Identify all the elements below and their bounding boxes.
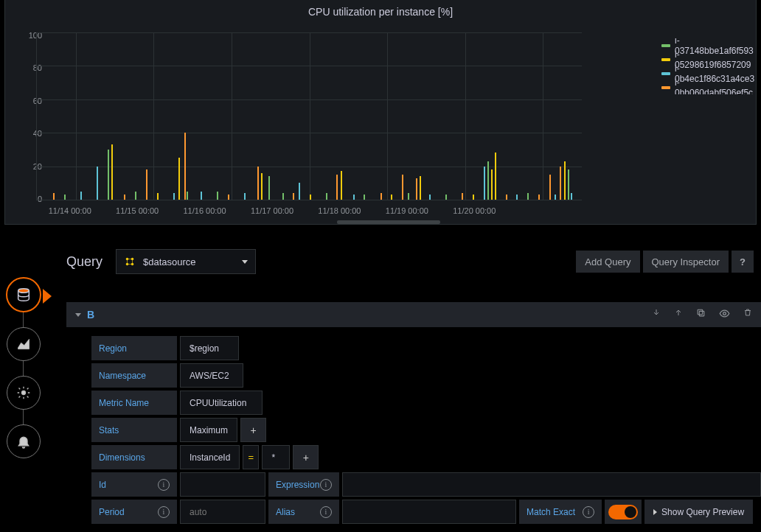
chart-bar[interactable] xyxy=(111,144,113,200)
query-inspector-button[interactable]: Query Inspector xyxy=(643,251,729,273)
chart-bar[interactable] xyxy=(157,193,159,200)
nav-queries-icon[interactable] xyxy=(6,277,41,312)
chart-bar[interactable] xyxy=(244,193,246,200)
chart-bar[interactable] xyxy=(326,193,327,200)
chart-plot-area[interactable]: 020406080100 11/14 00:0011/15 00:0011/16… xyxy=(14,29,656,217)
chart-bar[interactable] xyxy=(380,193,382,200)
region-value[interactable]: $region xyxy=(180,336,239,360)
datasource-select[interactable]: $datasource xyxy=(116,249,256,274)
dimension-key[interactable]: InstanceId xyxy=(180,445,240,469)
chart-bar[interactable] xyxy=(146,169,147,200)
chart-bar[interactable] xyxy=(282,193,284,200)
chart-bar[interactable] xyxy=(310,195,311,200)
info-icon[interactable]: i xyxy=(158,506,170,518)
delete-icon[interactable] xyxy=(743,308,752,321)
query-header[interactable]: B xyxy=(66,302,761,327)
info-icon[interactable]: i xyxy=(320,479,332,491)
legend-item[interactable]: i-0bb060dabf506ef5c xyxy=(661,80,756,94)
chart-bar[interactable] xyxy=(261,173,263,200)
period-label: Period i xyxy=(91,500,177,524)
period-input[interactable]: auto xyxy=(180,500,265,524)
id-input[interactable] xyxy=(180,472,265,497)
stats-add-button[interactable]: + xyxy=(240,418,266,442)
dimensions-add-button[interactable]: + xyxy=(293,445,319,469)
chart-bar[interactable] xyxy=(108,150,109,200)
chart-bar[interactable] xyxy=(408,193,409,200)
stats-value[interactable]: Maximum xyxy=(180,418,237,442)
match-exact-toggle[interactable] xyxy=(608,505,638,519)
namespace-value[interactable]: AWS/EC2 xyxy=(180,363,243,388)
alias-input[interactable] xyxy=(342,500,516,524)
chart-bar[interactable] xyxy=(201,192,202,200)
expression-input[interactable] xyxy=(342,472,761,497)
chart-bar[interactable] xyxy=(187,192,188,200)
chart-bar[interactable] xyxy=(364,195,365,200)
chart-bar[interactable] xyxy=(124,195,125,200)
chart-bar[interactable] xyxy=(80,192,82,200)
chart-bar[interactable] xyxy=(217,192,218,200)
toggle-visibility-icon[interactable] xyxy=(719,308,730,321)
chart-bar[interactable] xyxy=(353,195,355,200)
chart-bar[interactable] xyxy=(184,133,186,200)
stats-label: Stats xyxy=(91,418,177,442)
nav-visualization-icon[interactable] xyxy=(7,327,41,361)
chart-bar[interactable] xyxy=(571,193,572,200)
chart-bar[interactable] xyxy=(420,176,421,200)
chart-bar[interactable] xyxy=(64,195,66,200)
chart-bar[interactable] xyxy=(257,167,259,200)
chart-bar[interactable] xyxy=(549,175,551,200)
chart-bar[interactable] xyxy=(341,171,342,200)
x-tick: 11/19 00:00 xyxy=(386,206,428,215)
svg-rect-7 xyxy=(698,309,703,315)
move-down-icon[interactable] xyxy=(652,308,661,321)
chart-bar[interactable] xyxy=(402,175,403,200)
query-row: B xyxy=(66,302,761,524)
chart-bar[interactable] xyxy=(268,176,270,200)
chart-bar[interactable] xyxy=(429,195,431,200)
chart-bar[interactable] xyxy=(336,175,338,200)
chart-bar[interactable] xyxy=(487,161,489,200)
chart-legend[interactable]: i-037148bbe1af6f593i-05298619f6857209i-0… xyxy=(661,38,756,94)
dimension-op[interactable]: = xyxy=(243,445,259,469)
chart-bar[interactable] xyxy=(445,195,447,200)
nav-alert-icon[interactable] xyxy=(7,424,41,458)
info-icon[interactable]: i xyxy=(583,506,594,518)
chart-bar[interactable] xyxy=(462,193,463,200)
chart-bar[interactable] xyxy=(173,193,175,200)
help-button[interactable]: ? xyxy=(732,251,754,273)
duplicate-icon[interactable] xyxy=(696,308,706,321)
show-query-preview-button[interactable]: Show Query Preview xyxy=(644,500,753,524)
info-icon[interactable]: i xyxy=(320,506,332,518)
chart-bar[interactable] xyxy=(491,169,493,200)
chart-bar[interactable] xyxy=(135,192,136,200)
chart-bar[interactable] xyxy=(506,195,507,200)
chart-bar[interactable] xyxy=(293,193,294,200)
chart-bar[interactable] xyxy=(416,178,417,200)
chart-bar[interactable] xyxy=(484,167,485,200)
chart-bar[interactable] xyxy=(564,161,566,200)
nav-general-icon[interactable] xyxy=(7,376,41,410)
chart-bar[interactable] xyxy=(538,195,540,200)
chart-bar[interactable] xyxy=(178,158,180,200)
metric-name-value[interactable]: CPUUtilization xyxy=(180,391,263,415)
chart-bar[interactable] xyxy=(495,153,496,200)
chart-scrollbar[interactable] xyxy=(337,220,440,224)
chart-bar[interactable] xyxy=(473,195,474,200)
svg-point-8 xyxy=(723,312,726,315)
chart-bar[interactable] xyxy=(299,183,300,200)
chart-bar[interactable] xyxy=(555,195,556,200)
chart-bar[interactable] xyxy=(228,195,229,200)
move-up-icon[interactable] xyxy=(674,308,683,321)
chart-bar[interactable] xyxy=(391,195,392,200)
chart-bar[interactable] xyxy=(568,169,569,200)
svg-point-0 xyxy=(18,289,29,293)
dimension-value[interactable]: * xyxy=(262,445,290,469)
add-query-button[interactable]: Add Query xyxy=(576,251,639,273)
collapse-caret-icon xyxy=(75,313,81,317)
chart-bar[interactable] xyxy=(516,195,518,200)
info-icon[interactable]: i xyxy=(158,479,170,491)
chart-bar[interactable] xyxy=(53,193,55,200)
chart-bar[interactable] xyxy=(560,167,561,200)
chart-bar[interactable] xyxy=(527,193,529,200)
chart-bar[interactable] xyxy=(97,167,98,200)
